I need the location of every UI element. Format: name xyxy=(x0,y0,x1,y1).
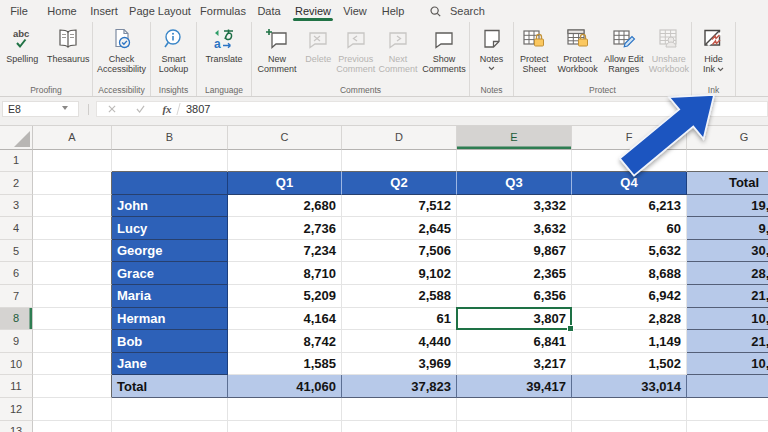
cell-c9[interactable]: 8,742 xyxy=(228,330,342,353)
cell-b1[interactable] xyxy=(112,150,228,173)
tab-file[interactable]: File xyxy=(10,0,28,22)
cell-e7[interactable]: 6,356 xyxy=(457,285,572,308)
cell-f9[interactable]: 1,149 xyxy=(572,330,687,353)
column-header-c[interactable]: C xyxy=(228,126,342,150)
cell-a8[interactable] xyxy=(33,308,112,331)
cell-a3[interactable] xyxy=(33,195,112,218)
cell-e8-selected[interactable]: 3,807 xyxy=(457,308,572,331)
cell-c10[interactable]: 1,585 xyxy=(228,353,342,376)
row-header-6[interactable]: 6 xyxy=(0,262,33,285)
fx-icon[interactable]: fx xyxy=(159,102,175,116)
cell-a7[interactable] xyxy=(33,285,112,308)
protect-sheet-button[interactable]: Protect Sheet xyxy=(514,24,555,74)
cell-d1[interactable] xyxy=(342,150,457,173)
name-box-caret[interactable] xyxy=(62,106,68,110)
check-accessibility-button[interactable]: Check Accessibility xyxy=(93,24,150,74)
cell-f2[interactable]: Q4 xyxy=(572,172,687,195)
cell-b12[interactable] xyxy=(112,398,228,421)
cell-f1[interactable] xyxy=(572,150,687,173)
cell-d4[interactable]: 2,645 xyxy=(342,217,457,240)
cell-e4[interactable]: 3,632 xyxy=(457,217,572,240)
cell-f3[interactable]: 6,213 xyxy=(572,195,687,218)
row-header-3[interactable]: 3 xyxy=(0,195,33,218)
row-header-5[interactable]: 5 xyxy=(0,240,33,263)
cell-g7[interactable]: 21,095 xyxy=(687,285,768,308)
unshare-workbook-button[interactable]: Unshare Workbook xyxy=(647,24,691,74)
notes-button[interactable]: Notes xyxy=(472,24,512,71)
cell-g3[interactable]: 19,737 xyxy=(687,195,768,218)
tab-help[interactable]: Help xyxy=(382,0,405,22)
cell-a1[interactable] xyxy=(33,150,112,173)
show-comments-button[interactable]: Show Comments xyxy=(419,24,469,74)
cell-e9[interactable]: 6,841 xyxy=(457,330,572,353)
cell-a12[interactable] xyxy=(33,398,112,421)
row-header-12[interactable]: 12 xyxy=(0,398,33,421)
column-header-f[interactable]: F xyxy=(572,126,687,150)
cell-c5[interactable]: 7,234 xyxy=(228,240,342,263)
cell-f10[interactable]: 1,502 xyxy=(572,353,687,376)
hide-ink-button[interactable]: Hide Ink xyxy=(694,24,734,74)
tab-review[interactable]: Review xyxy=(295,0,331,22)
cell-b3[interactable]: John xyxy=(112,195,228,218)
cell-d5[interactable]: 7,506 xyxy=(342,240,457,263)
previous-comment-button[interactable]: Previous Comment xyxy=(335,24,377,74)
spelling-button[interactable]: abc Spelling xyxy=(0,24,45,65)
cell-d3[interactable]: 7,512 xyxy=(342,195,457,218)
cell-d10[interactable]: 3,969 xyxy=(342,353,457,376)
cell-f4[interactable]: 60 xyxy=(572,217,687,240)
formula-input[interactable]: 3807 xyxy=(186,103,210,116)
search-box[interactable]: Search xyxy=(430,0,485,22)
delete-comment-button[interactable]: Delete xyxy=(302,24,335,65)
cell-c2[interactable]: Q1 xyxy=(228,172,342,195)
cell-e12[interactable] xyxy=(457,398,572,421)
cell-d12[interactable] xyxy=(342,398,457,421)
cell-g5[interactable]: 30,239 xyxy=(687,240,768,263)
cell-a9[interactable] xyxy=(33,330,112,353)
tab-formulas[interactable]: Formulas xyxy=(200,0,246,22)
cell-g6[interactable]: 28,865 xyxy=(687,262,768,285)
cell-f12[interactable] xyxy=(572,398,687,421)
column-header-d[interactable]: D xyxy=(342,126,457,150)
cell-b5[interactable]: George xyxy=(112,240,228,263)
column-header-g[interactable]: G xyxy=(687,126,768,150)
cell-c1[interactable] xyxy=(228,150,342,173)
cell-g10[interactable]: 10,273 xyxy=(687,353,768,376)
cell-a4[interactable] xyxy=(33,217,112,240)
cell-e2[interactable]: Q3 xyxy=(457,172,572,195)
cell-a2[interactable] xyxy=(33,172,112,195)
cell-g8[interactable]: 10,860 xyxy=(687,308,768,331)
select-all-corner[interactable] xyxy=(0,126,33,150)
cell-d7[interactable]: 2,588 xyxy=(342,285,457,308)
cell-f8[interactable]: 2,828 xyxy=(572,308,687,331)
cell-a6[interactable] xyxy=(33,262,112,285)
cell-c11[interactable]: 41,060 xyxy=(228,375,342,398)
cell-g13[interactable] xyxy=(687,421,768,432)
cell-g9[interactable]: 21,172 xyxy=(687,330,768,353)
cell-d13[interactable] xyxy=(342,421,457,432)
tab-data[interactable]: Data xyxy=(257,0,280,22)
cell-c13[interactable] xyxy=(228,421,342,432)
row-header-13[interactable]: 13 xyxy=(0,421,33,432)
cell-b8[interactable]: Herman xyxy=(112,308,228,331)
thesaurus-button[interactable]: Thesaurus xyxy=(45,24,92,65)
cell-e3[interactable]: 3,332 xyxy=(457,195,572,218)
cell-f6[interactable]: 8,688 xyxy=(572,262,687,285)
row-header-7[interactable]: 7 xyxy=(0,285,33,308)
cell-g11[interactable] xyxy=(687,375,768,398)
cell-b7[interactable]: Maria xyxy=(112,285,228,308)
cancel-icon[interactable] xyxy=(105,102,119,116)
column-header-a[interactable]: A xyxy=(33,126,112,150)
cell-d8[interactable]: 61 xyxy=(342,308,457,331)
cell-d2[interactable]: Q2 xyxy=(342,172,457,195)
next-comment-button[interactable]: Next Comment xyxy=(377,24,419,74)
cell-e10[interactable]: 3,217 xyxy=(457,353,572,376)
cell-b11[interactable]: Total xyxy=(112,375,228,398)
cell-e13[interactable] xyxy=(457,421,572,432)
cell-a11[interactable] xyxy=(33,375,112,398)
cell-c7[interactable]: 5,209 xyxy=(228,285,342,308)
cell-a13[interactable] xyxy=(33,421,112,432)
enter-icon[interactable] xyxy=(133,102,147,116)
column-header-b[interactable]: B xyxy=(112,126,228,150)
row-header-9[interactable]: 9 xyxy=(0,330,33,353)
cell-e11[interactable]: 39,417 xyxy=(457,375,572,398)
